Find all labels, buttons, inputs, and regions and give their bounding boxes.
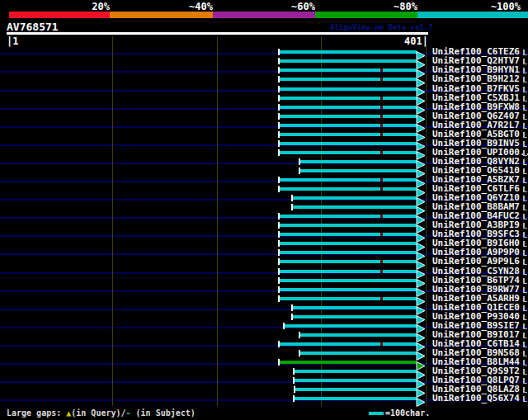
- hit-start-tick: [291, 304, 293, 311]
- gap-mark-icon: [380, 297, 383, 300]
- hit-start-tick: [278, 104, 280, 111]
- row-end-mark: [523, 87, 527, 92]
- hit-arrowhead-icon: [416, 394, 426, 410]
- hit-bar: [278, 233, 417, 236]
- row-end-mark: [523, 77, 527, 83]
- hit-bar: [291, 315, 417, 319]
- hit-start-tick: [278, 249, 280, 256]
- hit-start-tick: [278, 76, 280, 83]
- ruler-end-label: 401|: [379, 35, 428, 47]
- scale-segment-seg-20: [9, 12, 110, 18]
- hit-bar: [278, 215, 417, 218]
- row-end-mark: [523, 323, 527, 329]
- hit-bar: [278, 97, 417, 100]
- row-end-mark: [523, 296, 527, 302]
- hit-start-tick: [294, 386, 295, 393]
- row-end-mark: [523, 223, 527, 229]
- row-end-mark: [523, 141, 527, 147]
- ruler-start-label: |1: [7, 35, 18, 47]
- row-end-mark: [523, 269, 527, 275]
- hit-bar: [278, 50, 417, 54]
- gap-mark-icon: [380, 342, 383, 346]
- gap-mark-icon: [380, 233, 383, 236]
- hit-start-tick: [278, 341, 280, 347]
- row-end-mark: [523, 314, 527, 320]
- grid-vline: [321, 36, 322, 406]
- row-end-mark: [523, 333, 527, 338]
- gap-mark-icon: [380, 187, 383, 191]
- row-end-mark: [523, 342, 527, 347]
- row-end-mark: [523, 378, 527, 384]
- scale-segment-seg-100: [417, 12, 528, 18]
- hit-bar: [294, 388, 417, 391]
- hit-bar: [278, 288, 417, 291]
- hit-bar: [293, 397, 417, 400]
- row-end-mark: [523, 59, 527, 64]
- query-ruler-bar: [7, 32, 428, 35]
- scale-segment-seg-40: [110, 12, 213, 18]
- query-name: AV768571: [7, 21, 59, 33]
- gaps-legend-query: (in Query)/: [71, 408, 125, 418]
- hit-start-tick: [278, 140, 280, 147]
- hit-start-tick: [278, 149, 280, 156]
- hit-bar: [278, 178, 417, 182]
- gap-mark-icon: [380, 115, 383, 118]
- row-end-mark: [523, 96, 527, 101]
- hit-start-tick: [278, 258, 280, 265]
- row-end-mark: [523, 250, 527, 256]
- row-end-mark: [523, 105, 527, 111]
- row-end-mark: [523, 68, 527, 73]
- hit-bar: [278, 142, 417, 145]
- hit-start-tick: [278, 122, 280, 129]
- scale-label: 20%: [60, 1, 110, 12]
- hit-start-tick: [278, 240, 280, 247]
- row-end-mark: [523, 396, 527, 402]
- hit-bar: [278, 68, 417, 72]
- row-end-mark: [523, 205, 527, 210]
- hit-bar: [291, 205, 417, 209]
- row-end-mark: [523, 232, 527, 238]
- gap-mark-icon: [380, 260, 383, 263]
- hit-bar: [278, 270, 417, 273]
- row-end-mark: [523, 387, 527, 393]
- hit-bar: [278, 78, 417, 81]
- hit-bar: [299, 333, 417, 337]
- hit-bar: [278, 187, 417, 191]
- row-end-mark: [523, 186, 527, 192]
- gaps-legend-prefix: Large gaps:: [7, 408, 66, 418]
- hit-bar: [291, 306, 417, 309]
- row-end-mark: [523, 168, 527, 174]
- hit-bar: [278, 279, 417, 282]
- gap-mark-icon: [380, 68, 383, 72]
- hit-bar: [278, 87, 417, 91]
- hit-bar: [299, 169, 417, 172]
- hit-bar: [278, 297, 417, 300]
- hit-label[interactable]: UniRef100_Q56X74: [432, 394, 520, 403]
- row-end-mark: [523, 214, 527, 219]
- hit-bar: [278, 361, 417, 364]
- grid-vline: [217, 36, 218, 406]
- hit-start-tick: [293, 395, 295, 402]
- hit-bar: [299, 160, 417, 163]
- gap-mark-icon: [380, 106, 383, 109]
- hit-start-tick: [278, 49, 280, 55]
- hit-start-tick: [278, 359, 280, 366]
- hit-start-tick: [278, 231, 280, 238]
- row-end-mark: [523, 351, 527, 356]
- scale-segment-seg-80: [315, 12, 417, 18]
- hit-start-tick: [278, 222, 280, 229]
- gap-mark-icon: [380, 97, 383, 100]
- hit-bar: [278, 115, 417, 118]
- gaps-legend-subject: (in Subject): [131, 408, 196, 418]
- row-end-mark: [523, 287, 527, 293]
- hit-bar: [278, 133, 417, 136]
- watermark-text: AlignView.pm Beta re1.7: [330, 23, 433, 31]
- hit-bar: [278, 151, 417, 154]
- hit-start-tick: [278, 58, 280, 64]
- grid-vline: [426, 36, 427, 406]
- hit-bar: [278, 106, 417, 109]
- hit-start-tick: [278, 131, 280, 138]
- hit-start-tick: [291, 195, 293, 201]
- hit-bar: [293, 379, 417, 382]
- hit-start-tick: [278, 213, 280, 219]
